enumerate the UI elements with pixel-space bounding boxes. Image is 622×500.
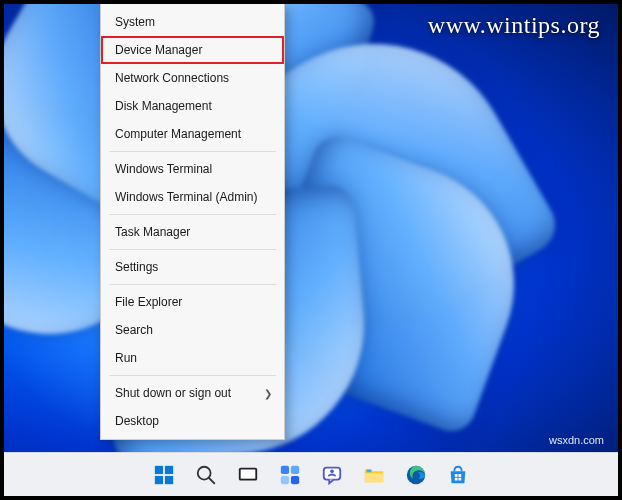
svg-rect-17	[455, 474, 458, 477]
store-button[interactable]	[441, 458, 475, 492]
search-button[interactable]	[189, 458, 223, 492]
svg-rect-15	[367, 469, 372, 472]
svg-rect-14	[365, 473, 383, 482]
watermark-text: www.wintips.org	[428, 12, 600, 39]
menu-separator	[109, 151, 276, 152]
file-explorer-icon	[363, 464, 385, 486]
edge-button[interactable]	[399, 458, 433, 492]
svg-rect-20	[458, 477, 461, 480]
menu-item-windows-terminal-admin[interactable]: Windows Terminal (Admin)	[101, 183, 284, 211]
svg-rect-8	[281, 465, 289, 473]
start-button[interactable]	[147, 458, 181, 492]
menu-item-system[interactable]: System	[101, 8, 284, 36]
svg-rect-18	[458, 474, 461, 477]
file-explorer-button[interactable]	[357, 458, 391, 492]
svg-rect-19	[455, 477, 458, 480]
task-view-icon	[237, 464, 259, 486]
widgets-icon	[279, 464, 301, 486]
menu-item-settings[interactable]: Settings	[101, 253, 284, 281]
menu-item-device-manager[interactable]: Device Manager	[101, 36, 284, 64]
chevron-right-icon: ❯	[264, 388, 272, 399]
menu-item-shut-down[interactable]: Shut down or sign out ❯	[101, 379, 284, 407]
svg-point-13	[330, 469, 334, 473]
widgets-button[interactable]	[273, 458, 307, 492]
edge-icon	[405, 464, 427, 486]
chat-icon	[321, 464, 343, 486]
menu-item-task-manager[interactable]: Task Manager	[101, 218, 284, 246]
svg-rect-11	[291, 475, 299, 483]
menu-item-computer-management[interactable]: Computer Management	[101, 120, 284, 148]
menu-separator	[109, 284, 276, 285]
menu-separator	[109, 249, 276, 250]
start-icon	[153, 464, 175, 486]
menu-item-network-connections[interactable]: Network Connections	[101, 64, 284, 92]
svg-rect-10	[281, 475, 289, 483]
menu-item-file-explorer[interactable]: File Explorer	[101, 288, 284, 316]
svg-rect-7	[241, 469, 256, 478]
menu-item-run[interactable]: Run	[101, 344, 284, 372]
winx-context-menu: System Device Manager Network Connection…	[100, 4, 285, 440]
svg-rect-2	[155, 475, 163, 483]
menu-item-windows-terminal[interactable]: Windows Terminal	[101, 155, 284, 183]
menu-item-disk-management[interactable]: Disk Management	[101, 92, 284, 120]
menu-item-desktop[interactable]: Desktop	[101, 407, 284, 435]
menu-separator	[109, 375, 276, 376]
svg-rect-0	[155, 465, 163, 473]
svg-rect-9	[291, 465, 299, 473]
chat-button[interactable]	[315, 458, 349, 492]
search-icon	[195, 464, 217, 486]
taskbar	[4, 452, 618, 496]
store-icon	[447, 464, 469, 486]
svg-rect-1	[165, 465, 173, 473]
svg-rect-3	[165, 475, 173, 483]
svg-line-5	[209, 477, 215, 483]
task-view-button[interactable]	[231, 458, 265, 492]
desktop-background: www.wintips.org wsxdn.com System Device …	[4, 4, 618, 496]
menu-separator	[109, 214, 276, 215]
menu-item-label: Shut down or sign out	[115, 386, 231, 400]
watermark2-text: wsxdn.com	[549, 434, 604, 446]
menu-item-search[interactable]: Search	[101, 316, 284, 344]
